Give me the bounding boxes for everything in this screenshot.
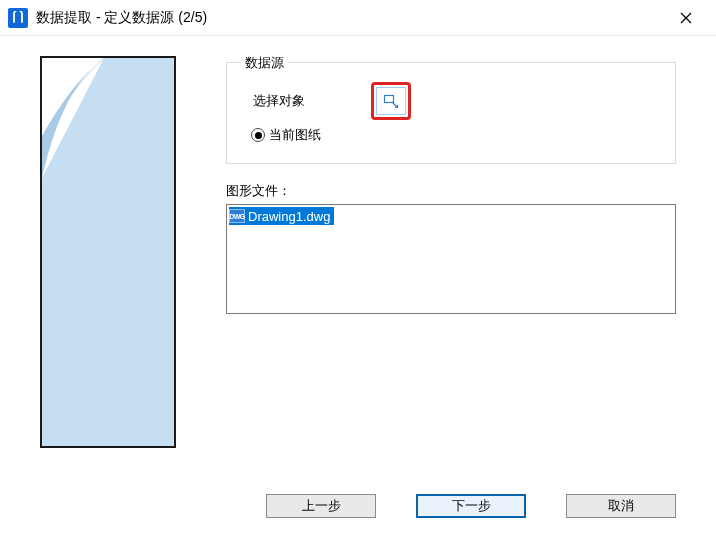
- content-area: 数据源 选择对象 当前图纸 图形文件：: [0, 36, 716, 476]
- main-panel: 数据源 选择对象 当前图纸 图形文件：: [226, 56, 676, 466]
- preview-pane: [40, 56, 176, 448]
- files-label: 图形文件：: [226, 182, 676, 200]
- cancel-button-label: 取消: [608, 497, 634, 515]
- highlight-frame: [371, 82, 411, 120]
- select-objects-row: 选择对象: [241, 81, 661, 121]
- titlebar: 数据提取 - 定义数据源 (2/5): [0, 0, 716, 36]
- window-title: 数据提取 - 定义数据源 (2/5): [36, 9, 666, 27]
- page-curl-illustration: [42, 58, 174, 446]
- select-objects-button[interactable]: [376, 87, 406, 115]
- next-button-label: 下一步: [452, 497, 491, 515]
- dwg-file-icon: DWG: [229, 209, 245, 223]
- next-button[interactable]: 下一步: [416, 494, 526, 518]
- svg-rect-2: [385, 96, 394, 103]
- current-drawing-label: 当前图纸: [269, 126, 321, 144]
- app-icon: [8, 8, 28, 28]
- file-name: Drawing1.dwg: [248, 209, 330, 224]
- datasource-legend: 数据源: [241, 54, 288, 72]
- cancel-button[interactable]: 取消: [566, 494, 676, 518]
- close-icon: [680, 12, 692, 24]
- current-drawing-radio[interactable]: 当前图纸: [241, 121, 661, 149]
- files-list[interactable]: DWG Drawing1.dwg: [226, 204, 676, 314]
- datasource-group: 数据源 选择对象 当前图纸: [226, 62, 676, 164]
- close-button[interactable]: [666, 4, 706, 32]
- back-button-label: 上一步: [302, 497, 341, 515]
- select-objects-icon: [383, 93, 399, 109]
- radio-icon: [251, 128, 265, 142]
- select-objects-label: 选择对象: [241, 92, 371, 110]
- list-item[interactable]: DWG Drawing1.dwg: [229, 207, 334, 225]
- footer-buttons: 上一步 下一步 取消: [0, 476, 716, 518]
- back-button[interactable]: 上一步: [266, 494, 376, 518]
